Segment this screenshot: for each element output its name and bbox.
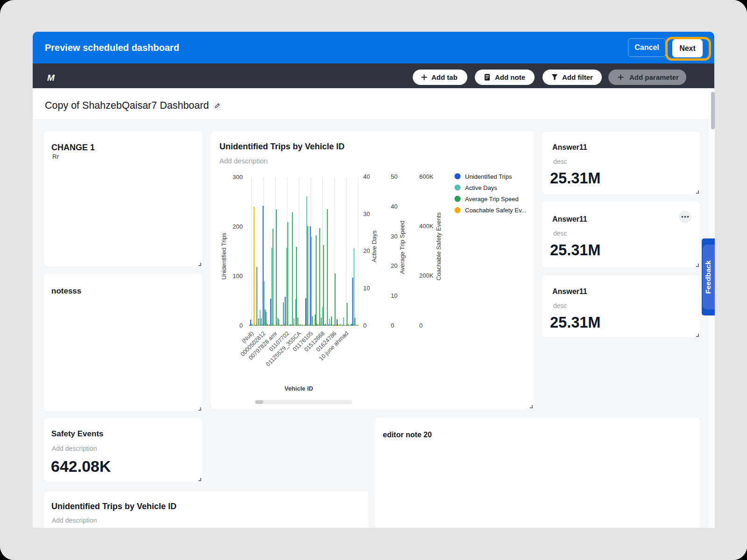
svg-text:50: 50 bbox=[391, 173, 397, 180]
svg-text:0: 0 bbox=[363, 322, 366, 329]
svg-text:Active Days: Active Days bbox=[465, 184, 497, 191]
svg-text:40: 40 bbox=[363, 173, 370, 180]
svg-text:200K: 200K bbox=[419, 272, 434, 279]
svg-text:20: 20 bbox=[391, 262, 397, 269]
svg-text:Unidentified Trips: Unidentified Trips bbox=[220, 232, 227, 280]
svg-text:0: 0 bbox=[419, 322, 423, 329]
svg-text:0: 0 bbox=[240, 322, 243, 329]
svg-text:Vehicle ID: Vehicle ID bbox=[284, 385, 313, 392]
svg-text:0: 0 bbox=[391, 322, 394, 329]
svg-text:20: 20 bbox=[363, 247, 370, 254]
svg-text:10: 10 bbox=[363, 285, 370, 292]
svg-text:200: 200 bbox=[233, 223, 243, 230]
svg-text:30: 30 bbox=[391, 233, 397, 240]
svg-text:Average Trip Speed: Average Trip Speed bbox=[465, 196, 519, 203]
svg-text:Coachable Safety Ev...: Coachable Safety Ev... bbox=[465, 207, 526, 214]
svg-text:Active Days: Active Days bbox=[371, 230, 378, 262]
svg-text:100: 100 bbox=[233, 273, 243, 280]
svg-text:600K: 600K bbox=[419, 173, 434, 180]
svg-text:30: 30 bbox=[363, 210, 370, 217]
svg-text:40: 40 bbox=[391, 203, 397, 210]
svg-text:Unidentified Trips: Unidentified Trips bbox=[465, 173, 512, 180]
svg-text:10: 10 bbox=[391, 292, 397, 299]
svg-text:Coachable Safety Events: Coachable Safety Events bbox=[435, 212, 442, 280]
svg-text:Average Trip Speed: Average Trip Speed bbox=[399, 221, 406, 274]
svg-text:300: 300 bbox=[233, 174, 243, 181]
svg-text:400K: 400K bbox=[419, 223, 434, 230]
